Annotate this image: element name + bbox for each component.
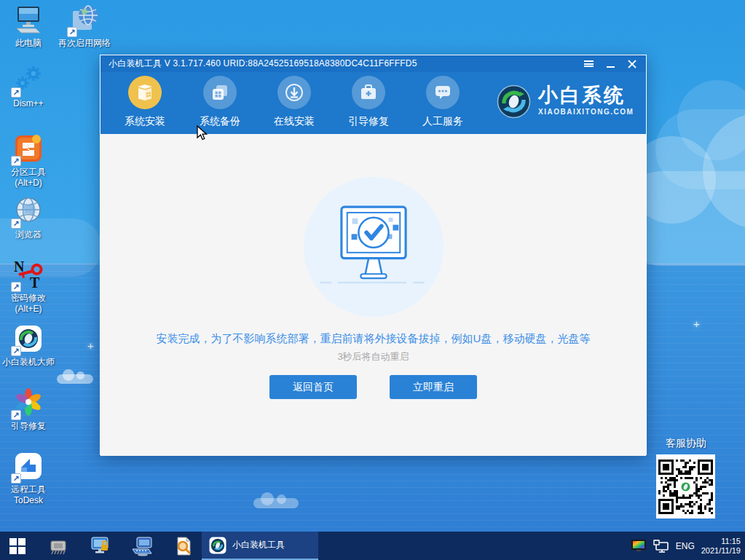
shortcut-arrow-icon: ↗ — [11, 156, 21, 166]
mouse-cursor — [197, 125, 208, 141]
desktop-icon-this-pc[interactable]: 此电脑 — [0, 4, 57, 49]
taskbar-item-lock-tool[interactable] — [86, 532, 115, 560]
desktop-icon-browser[interactable]: ↗ 浏览器 — [0, 195, 57, 240]
brand-site: XIAOBAIXITONG.COM — [538, 108, 634, 116]
customer-service-qr-code — [656, 454, 715, 518]
restart-now-button[interactable]: 立即重启 — [390, 375, 477, 399]
minimize-icon — [607, 66, 615, 68]
clock-date: 2021/11/19 — [701, 546, 741, 556]
close-icon — [628, 60, 636, 68]
chat-bubble-icon — [426, 76, 460, 109]
toolkit-icon — [352, 76, 385, 109]
network-status-icon[interactable] — [653, 540, 669, 553]
tab-online-install[interactable]: 在线安装 — [261, 76, 328, 128]
icon-label: 密码修改(Alt+E) — [0, 293, 57, 315]
monitor-lock-icon — [90, 536, 111, 556]
taskbar-active-task[interactable]: 小白装机工具 — [202, 532, 318, 560]
tab-human-service[interactable]: 人工服务 — [409, 76, 476, 128]
close-button[interactable] — [624, 57, 640, 71]
system-tray: ENG 11:15 2021/11/19 — [631, 532, 741, 560]
desktop-icon-todesk[interactable]: ↗ 远程工具ToDesk — [0, 450, 57, 506]
icon-label: 再次启用网络 — [54, 38, 115, 49]
shortcut-arrow-icon: ↗ — [11, 346, 21, 356]
sparkle: + — [87, 339, 94, 352]
start-button[interactable] — [0, 532, 35, 560]
chip-icon — [48, 537, 68, 556]
tab-label: 引导修复 — [335, 115, 402, 128]
icon-label: 浏览器 — [0, 229, 57, 240]
shortcut-arrow-icon: ↗ — [11, 87, 21, 98]
icon-label: 远程工具ToDesk — [0, 484, 57, 506]
xiaobai-app-icon: ↗ — [12, 323, 44, 355]
icon-label: 引导修复 — [0, 421, 57, 432]
nt-password-key-icon: N T ↗ — [12, 259, 44, 291]
tab-system-backup[interactable]: 系统备份 — [186, 76, 253, 128]
qr-caption: 客服协助 — [657, 437, 715, 450]
display-color-icon[interactable] — [631, 539, 647, 553]
icon-label: 小白装机大师 — [0, 357, 57, 368]
shortcut-arrow-icon: ↗ — [11, 473, 21, 484]
taskbar-item-cpu-tool[interactable] — [44, 532, 73, 560]
window-title: 小白装机工具 V 3.1.717.460 URID:88A24525169518… — [109, 58, 417, 70]
desktop-icon-dism[interactable]: ↗ Dism++ — [0, 64, 57, 109]
taskbar-item-search-tool[interactable] — [169, 532, 198, 560]
shortcut-arrow-icon: ↗ — [11, 282, 21, 292]
svg-text:T: T — [30, 275, 40, 291]
browser-globe-icon: ↗ — [12, 195, 44, 227]
window-titlebar[interactable]: 小白装机工具 V 3.1.717.460 URID:88A24525169518… — [100, 55, 646, 72]
window-navbar: 系统安装 系统备份 — [100, 72, 646, 134]
install-complete-illustration — [302, 176, 445, 318]
xiaobai-logo-icon — [497, 84, 531, 119]
active-task-label: 小白装机工具 — [232, 539, 285, 551]
keyboard-monitor-icon — [131, 536, 154, 556]
menu-button[interactable] — [580, 57, 596, 71]
install-box-icon — [128, 76, 162, 109]
brand-name: 小白系统 — [538, 84, 634, 106]
xiaobai-app-icon — [209, 537, 226, 554]
taskbar-clock[interactable]: 11:15 2021/11/19 — [701, 537, 741, 556]
desktop-icon-password-reset[interactable]: N T ↗ 密码修改(Alt+E) — [0, 259, 57, 315]
xiaobai-tool-window: 小白装机工具 V 3.1.717.460 URID:88A24525169518… — [100, 55, 647, 455]
taskbar-item-keyboard-tool[interactable] — [128, 532, 157, 560]
brand-logo: 小白系统 XIAOBAIXITONG.COM — [497, 84, 634, 119]
language-indicator[interactable]: ENG — [676, 541, 695, 551]
desktop-icon-enable-network[interactable]: ↗ 再次启用网络 — [54, 4, 115, 49]
sparkle: + — [693, 318, 700, 330]
hamburger-icon — [584, 60, 594, 68]
minimize-button[interactable] — [602, 57, 618, 71]
desktop-icon-partition-tool[interactable]: ↗ 分区工具(Alt+D) — [0, 133, 57, 189]
taskbar: 小白装机工具 ENG — [0, 532, 745, 560]
shortcut-arrow-icon: ↗ — [67, 27, 77, 37]
desktop-wallpaper: + + + 此电脑 ↗ — [0, 0, 745, 560]
network-globe-icon: ↗ — [68, 4, 100, 36]
backup-windows-icon — [203, 76, 237, 109]
icon-label: 分区工具(Alt+D) — [0, 167, 57, 189]
icon-label: 此电脑 — [0, 38, 57, 49]
this-pc-icon — [12, 4, 44, 36]
clock-time: 11:15 — [701, 537, 741, 546]
tab-system-install[interactable]: 系统安装 — [111, 76, 178, 128]
cloud — [57, 374, 93, 384]
icon-label: Dism++ — [0, 98, 57, 109]
document-search-icon — [174, 536, 193, 556]
completion-message: 安装完成，为了不影响系统部署，重启前请将外接设备拔掉，例如U盘，移动硬盘，光盘等 — [100, 332, 646, 346]
shortcut-arrow-icon: ↗ — [11, 410, 21, 420]
window-content: 安装完成，为了不影响系统部署，重启前请将外接设备拔掉，例如U盘，移动硬盘，光盘等… — [100, 134, 646, 456]
partition-tool-icon: ↗ — [12, 133, 44, 165]
windows-logo-icon — [9, 538, 25, 554]
tab-label: 系统安装 — [111, 115, 178, 128]
cloud — [253, 498, 299, 508]
tab-boot-repair[interactable]: 引导修复 — [335, 76, 402, 128]
tab-label: 在线安装 — [261, 115, 328, 128]
todesk-icon: ↗ — [12, 450, 44, 482]
desktop-icon-xiaobai-master[interactable]: ↗ 小白装机大师 — [0, 323, 57, 368]
restart-countdown: 3秒后将自动重启 — [100, 350, 646, 363]
download-icon — [277, 76, 311, 109]
back-home-button[interactable]: 返回首页 — [269, 375, 357, 399]
shortcut-arrow-icon: ↗ — [11, 218, 21, 229]
pinwheel-icon: ↗ — [12, 387, 44, 419]
desktop-icon-boot-repair[interactable]: ↗ 引导修复 — [0, 387, 57, 432]
tab-label: 人工服务 — [409, 115, 476, 128]
gears-icon: ↗ — [12, 64, 44, 96]
